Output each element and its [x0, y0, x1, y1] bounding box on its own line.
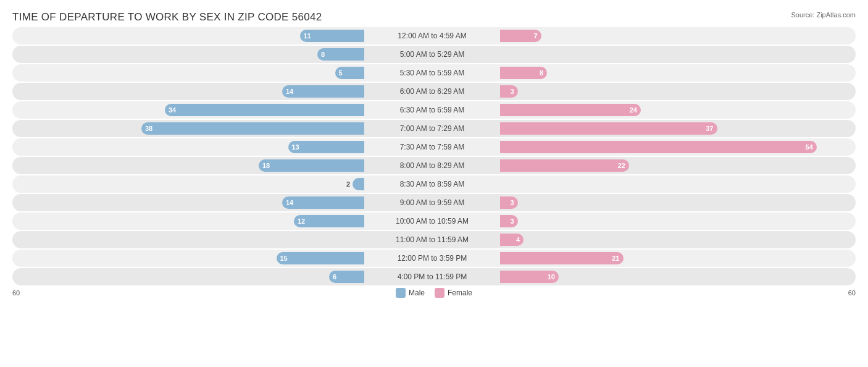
female-bar: 54	[500, 141, 817, 153]
female-bar: 3	[500, 215, 518, 227]
bar-row: 28:30 AM to 8:59 AM	[12, 175, 856, 193]
female-value: 4	[516, 236, 520, 243]
axis-left: 60	[12, 289, 20, 297]
time-label: 6:00 AM to 6:29 AM	[364, 87, 500, 96]
female-side: 22	[500, 157, 852, 174]
female-side: 7	[500, 27, 852, 44]
female-bar: 21	[500, 252, 624, 264]
female-bar: 37	[500, 122, 717, 135]
male-bar: 6	[329, 271, 364, 283]
female-bar: 7	[500, 30, 541, 42]
male-side: 38	[12, 120, 364, 137]
female-side: 3	[500, 194, 852, 211]
female-side: 21	[500, 250, 852, 267]
legend-female-label: Female	[448, 289, 472, 297]
time-label: 7:30 AM to 7:59 AM	[364, 143, 500, 151]
male-bar: 5	[335, 67, 365, 79]
time-label: 6:30 AM to 6:59 AM	[364, 106, 500, 114]
female-side: 8	[500, 64, 852, 82]
male-value: 2	[346, 180, 350, 188]
chart-title: TIME OF DEPARTURE TO WORK BY SEX IN ZIP …	[12, 11, 856, 23]
male-value: 14	[286, 199, 293, 206]
male-side: 6	[12, 268, 364, 285]
time-label: 12:00 AM to 4:59 AM	[364, 32, 500, 40]
bar-row: 149:00 AM to 9:59 AM3	[12, 194, 856, 211]
female-side: 10	[500, 268, 852, 285]
female-side	[500, 175, 852, 193]
chart-container: TIME OF DEPARTURE TO WORK BY SEX IN ZIP …	[0, 0, 868, 367]
bar-row: 188:00 AM to 8:29 AM22	[12, 157, 856, 174]
legend-male: Male	[396, 288, 425, 298]
female-value: 54	[806, 143, 813, 151]
male-bar: 18	[259, 159, 364, 172]
male-side: 8	[12, 46, 364, 63]
male-side: 13	[12, 138, 364, 156]
legend-male-label: Male	[409, 289, 425, 297]
bars-wrapper: 1112:00 AM to 4:59 AM785:00 AM to 5:29 A…	[12, 27, 856, 285]
female-value: 24	[630, 106, 637, 114]
male-value: 38	[145, 125, 152, 132]
male-value: 8	[321, 51, 325, 58]
female-bar: 4	[500, 234, 524, 246]
chart-area: 1112:00 AM to 4:59 AM785:00 AM to 5:29 A…	[12, 27, 856, 321]
bar-row: 11:00 AM to 11:59 AM4	[12, 231, 856, 248]
male-value: 11	[304, 32, 311, 40]
female-side: 4	[500, 231, 852, 248]
male-value: 18	[262, 162, 270, 169]
time-label: 7:00 AM to 7:29 AM	[364, 124, 500, 133]
female-value: 8	[540, 69, 543, 77]
male-side: 34	[12, 101, 364, 119]
time-label: 8:30 AM to 8:59 AM	[364, 180, 500, 188]
female-bar: 22	[500, 159, 629, 172]
bar-row: 1112:00 AM to 4:59 AM7	[12, 27, 856, 44]
male-value: 5	[339, 69, 343, 77]
male-bar: 12	[294, 215, 364, 227]
male-side: 2	[12, 175, 364, 193]
female-value: 3	[510, 217, 514, 225]
female-side: 37	[500, 120, 852, 137]
time-label: 4:00 PM to 11:59 PM	[364, 272, 500, 281]
female-side: 24	[500, 101, 852, 119]
female-bar: 10	[500, 271, 559, 283]
male-value: 6	[333, 273, 336, 281]
time-label: 10:00 AM to 10:59 AM	[364, 217, 500, 226]
male-value: 12	[298, 217, 305, 225]
bar-row: 387:00 AM to 7:29 AM37	[12, 120, 856, 137]
male-value: 15	[280, 255, 288, 262]
male-value: 13	[292, 143, 299, 151]
legend-female: Female	[435, 288, 472, 298]
male-side: 12	[12, 213, 364, 230]
female-value: 37	[706, 125, 713, 132]
female-side: 3	[500, 83, 852, 100]
male-bar: 8	[317, 48, 364, 61]
bar-row: 146:00 AM to 6:29 AM3	[12, 83, 856, 100]
female-value: 22	[618, 162, 625, 169]
bar-row: 64:00 PM to 11:59 PM10	[12, 268, 856, 285]
male-bar: 14	[282, 196, 364, 209]
male-side: 15	[12, 250, 364, 267]
male-bar: 13	[288, 141, 365, 153]
female-value: 10	[548, 273, 555, 281]
time-label: 12:00 PM to 3:59 PM	[364, 254, 500, 263]
female-bar: 8	[500, 67, 547, 79]
bar-row: 137:30 AM to 7:59 AM54	[12, 138, 856, 156]
female-bar: 24	[500, 104, 641, 116]
female-value: 21	[612, 255, 619, 262]
time-label: 8:00 AM to 8:29 AM	[364, 161, 500, 170]
female-value: 3	[510, 88, 514, 95]
female-side	[500, 46, 852, 63]
bar-row: 1210:00 AM to 10:59 AM3	[12, 213, 856, 230]
female-bar: 3	[500, 85, 518, 98]
legend-male-box	[396, 288, 406, 298]
female-side: 54	[500, 138, 852, 156]
male-side	[12, 231, 364, 248]
male-bar: 11	[300, 30, 365, 42]
time-label: 5:00 AM to 5:29 AM	[364, 50, 500, 59]
chart-footer: 60 Male Female 60	[12, 288, 856, 298]
source-label: Source: ZipAtlas.com	[791, 11, 856, 19]
male-value: 34	[169, 106, 176, 114]
male-bar: 15	[277, 252, 365, 264]
male-side: 5	[12, 64, 364, 82]
time-label: 9:00 AM to 9:59 AM	[364, 198, 500, 207]
axis-right: 60	[848, 289, 856, 297]
